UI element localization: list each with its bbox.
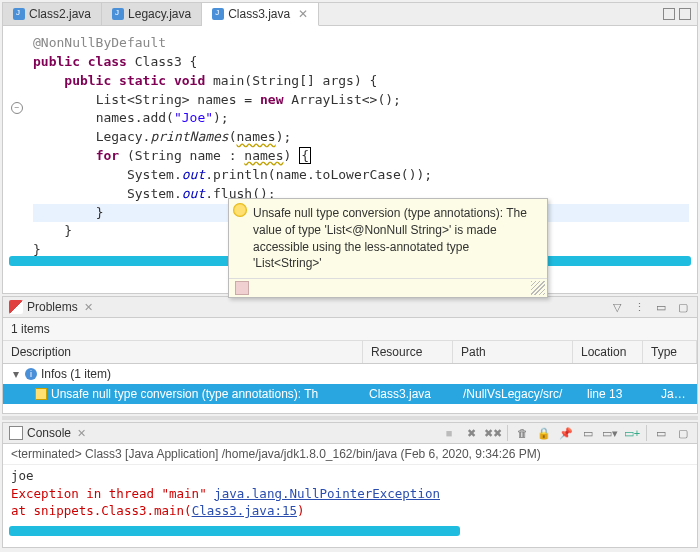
console-stderr-line: Exception in thread "main" java.lang.Nul…: [11, 485, 689, 503]
tab-label: Legacy.java: [128, 7, 191, 21]
col-location[interactable]: Location: [573, 341, 643, 363]
problems-title: Problems: [27, 300, 78, 314]
col-type[interactable]: Type: [643, 341, 697, 363]
scroll-lock-icon[interactable]: 🔒: [536, 425, 552, 441]
console-stdout-line: joe: [11, 467, 689, 485]
pane-splitter[interactable]: [2, 416, 698, 420]
col-description[interactable]: Description: [3, 341, 363, 363]
minimize-icon[interactable]: ▭: [653, 299, 669, 315]
problems-table-header: Description Resource Path Location Type: [3, 341, 697, 364]
code-annotation: @NonNullByDefault: [33, 35, 166, 50]
console-stderr-line: at snippets.Class3.main(Class3.java:15): [11, 502, 689, 520]
new-console-icon[interactable]: ▭+: [624, 425, 640, 441]
problems-header: Problems ✕ ▽ ⋮ ▭ ▢: [3, 297, 697, 318]
col-path[interactable]: Path: [453, 341, 573, 363]
java-file-icon: [112, 8, 124, 20]
warning-underline: names: [237, 129, 276, 144]
close-icon[interactable]: ✕: [84, 301, 93, 314]
console-status: <terminated> Class3 [Java Application] /…: [3, 444, 697, 465]
console-icon: [9, 426, 23, 440]
console-header: Console ✕ ■ ✖ ✖✖ 🗑 🔒 📌 ▭ ▭▾ ▭+ ▭ ▢: [3, 423, 697, 444]
pin-console-icon[interactable]: 📌: [558, 425, 574, 441]
col-resource[interactable]: Resource: [363, 341, 453, 363]
console-title: Console: [27, 426, 71, 440]
problems-summary: 1 items: [3, 318, 697, 341]
java-file-icon: [212, 8, 224, 20]
console-pane: Console ✕ ■ ✖ ✖✖ 🗑 🔒 📌 ▭ ▭▾ ▭+ ▭ ▢ <term…: [2, 422, 698, 548]
problem-description: Unsafe null type conversion (type annota…: [51, 387, 318, 401]
remove-all-icon[interactable]: ✖✖: [485, 425, 501, 441]
tooltip-text: Unsafe null type conversion (type annota…: [253, 206, 527, 270]
problems-item-row[interactable]: Unsafe null type conversion (type annota…: [3, 384, 697, 404]
problems-toolbar: ▽ ⋮ ▭ ▢: [609, 299, 691, 315]
group-label: Infos (1 item): [41, 367, 111, 381]
editor-pane: Class2.java Legacy.java Class3.java ✕ − …: [2, 2, 698, 294]
problems-group-infos[interactable]: ▾ i Infos (1 item): [3, 364, 697, 384]
remove-launch-icon[interactable]: ✖: [463, 425, 479, 441]
open-console-icon[interactable]: ▭▾: [602, 425, 618, 441]
matching-brace: {: [299, 147, 311, 164]
tab-class2[interactable]: Class2.java: [3, 3, 102, 25]
problems-pane: Problems ✕ ▽ ⋮ ▭ ▢ 1 items Description R…: [2, 296, 698, 414]
tooltip-action-icon[interactable]: [235, 281, 249, 295]
minimize-icon[interactable]: ▭: [653, 425, 669, 441]
tab-label: Class2.java: [29, 7, 91, 21]
problem-type: Java Pro: [661, 387, 689, 401]
editor-tabbar: Class2.java Legacy.java Class3.java ✕: [3, 3, 697, 26]
warning-bulb-icon: [35, 388, 47, 400]
editor-window-controls: [657, 8, 697, 20]
java-file-icon: [13, 8, 25, 20]
lightbulb-icon: [233, 203, 247, 217]
problems-icon: [9, 300, 23, 314]
console-toolbar: ■ ✖ ✖✖ 🗑 🔒 📌 ▭ ▭▾ ▭+ ▭ ▢: [441, 425, 691, 441]
tab-label: Class3.java: [228, 7, 290, 21]
stacktrace-link[interactable]: java.lang.NullPointerException: [214, 486, 440, 501]
fold-toggle-icon[interactable]: −: [11, 102, 23, 114]
maximize-icon[interactable]: ▢: [675, 299, 691, 315]
console-horizontal-scrollbar[interactable]: [9, 526, 460, 536]
warning-tooltip: Unsafe null type conversion (type annota…: [228, 198, 548, 298]
view-menu-icon[interactable]: ⋮: [631, 299, 647, 315]
maximize-icon[interactable]: ▢: [675, 425, 691, 441]
display-selected-icon[interactable]: ▭: [580, 425, 596, 441]
maximize-icon[interactable]: [679, 8, 691, 20]
filter-icon[interactable]: ▽: [609, 299, 625, 315]
clear-console-icon[interactable]: 🗑: [514, 425, 530, 441]
close-icon[interactable]: ✕: [298, 7, 308, 21]
tab-class3[interactable]: Class3.java ✕: [202, 3, 319, 26]
resize-grip-icon[interactable]: [531, 281, 545, 295]
tab-legacy[interactable]: Legacy.java: [102, 3, 202, 25]
terminate-icon[interactable]: ■: [441, 425, 457, 441]
console-output[interactable]: joe Exception in thread "main" java.lang…: [3, 465, 697, 526]
stacktrace-link[interactable]: Class3.java:15: [192, 503, 297, 518]
expand-toggle-icon[interactable]: ▾: [11, 367, 21, 381]
minimize-icon[interactable]: [663, 8, 675, 20]
problem-location: line 13: [587, 387, 657, 401]
info-icon: i: [25, 368, 37, 380]
problem-resource: Class3.java: [369, 387, 459, 401]
problem-path: /NullVsLegacy/src/: [463, 387, 583, 401]
close-icon[interactable]: ✕: [77, 427, 86, 440]
